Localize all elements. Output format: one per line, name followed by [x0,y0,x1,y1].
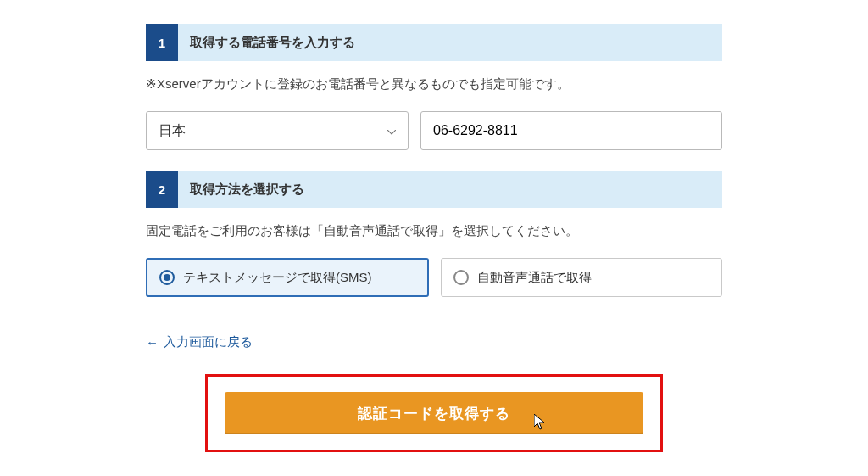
back-link[interactable]: ← 入力画面に戻る [146,334,253,350]
radio-voice-label: 自動音声通話で取得 [477,270,592,286]
radio-icon [159,270,175,285]
radio-voice[interactable]: 自動音声通話で取得 [441,258,722,297]
step1-number: 1 [146,24,178,61]
country-value: 日本 [159,122,186,140]
step2-number: 2 [146,171,178,208]
submit-button[interactable]: 認証コードを取得する [225,392,643,434]
phone-input[interactable] [420,111,722,150]
step2-header: 2 取得方法を選択する [146,171,722,208]
arrow-left-icon: ← [146,335,159,350]
chevron-down-icon [387,123,396,138]
radio-sms-label: テキストメッセージで取得(SMS) [183,270,372,286]
cursor-icon [534,414,548,435]
step1-header: 1 取得する電話番号を入力する [146,24,722,61]
step1-note: ※Xserverアカウントに登録のお電話番号と異なるものでも指定可能です。 [146,76,722,92]
submit-button-label: 認証コードを取得する [358,406,510,422]
method-row: テキストメッセージで取得(SMS) 自動音声通話で取得 [146,258,722,297]
step1-title: 取得する電話番号を入力する [178,35,355,51]
country-select[interactable]: 日本 [146,111,409,150]
step2-note: 固定電話をご利用のお客様は「自動音声通話で取得」を選択してください。 [146,223,722,239]
radio-icon [453,270,469,285]
step2-title: 取得方法を選択する [178,182,304,198]
form-container: 1 取得する電話番号を入力する ※Xserverアカウントに登録のお電話番号と異… [146,0,722,452]
phone-row: 日本 [146,111,722,150]
submit-highlight-box: 認証コードを取得する [205,374,663,452]
back-link-label: 入力画面に戻る [164,334,253,350]
radio-sms[interactable]: テキストメッセージで取得(SMS) [146,258,429,297]
